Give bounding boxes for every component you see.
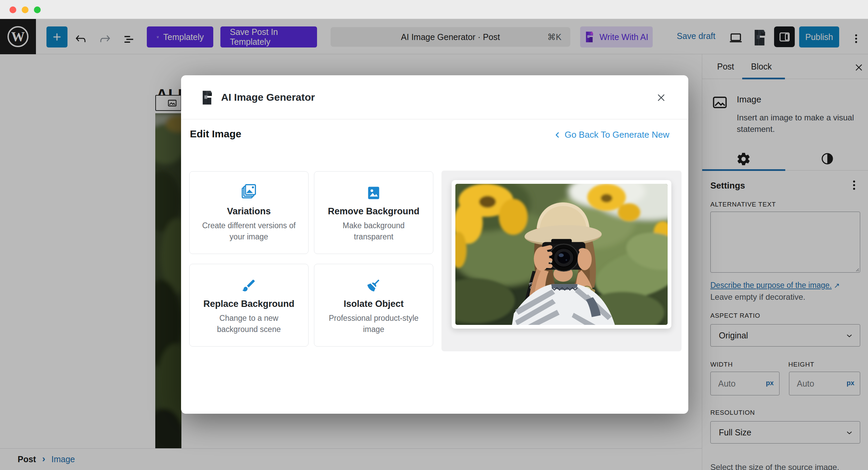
card-description: Change to a new background scene — [200, 313, 298, 334]
modal-title: AI Image Generator — [221, 92, 315, 103]
go-back-link[interactable]: Go Back To Generate New — [554, 130, 669, 140]
variations-card[interactable]: Variations Create different versions of … — [189, 171, 309, 254]
ai-image-generator-modal: AI Image Generator Edit Image Go Back To… — [181, 75, 688, 414]
go-back-label: Go Back To Generate New — [565, 130, 669, 140]
isolate-object-icon — [366, 278, 381, 293]
source-image-preview[interactable]: EOS DIGITAL Canon — [455, 184, 668, 325]
minimize-window-button[interactable] — [22, 6, 28, 13]
card-description: Create different versions of your image — [200, 220, 298, 242]
card-title: Replace Background — [203, 299, 295, 309]
card-title: Isolate Object — [343, 299, 403, 309]
app-window: W Templately Save Post In Templately AI … — [0, 0, 868, 470]
replace-background-card[interactable]: Replace Background Change to a new backg… — [189, 264, 309, 347]
chevron-left-icon — [554, 131, 561, 139]
replace-background-icon — [241, 278, 257, 293]
card-description: Professional product-style image — [324, 313, 423, 334]
modal-header: AI Image Generator — [181, 75, 688, 119]
card-description: Make background transparent — [324, 220, 423, 242]
ai-generator-b-logo-icon — [201, 90, 215, 105]
isolate-object-card[interactable]: Isolate Object Professional product-styl… — [314, 264, 433, 347]
window-titlebar — [0, 0, 868, 19]
image-preview-panel: EOS DIGITAL Canon — [441, 171, 682, 351]
photo-frame: EOS DIGITAL Canon — [452, 180, 671, 329]
close-modal-icon[interactable] — [655, 92, 667, 104]
remove-background-icon — [366, 185, 381, 201]
variations-icon — [240, 183, 258, 201]
remove-background-card[interactable]: Remove Background Make background transp… — [314, 171, 433, 254]
edit-image-row: Edit Image Go Back To Generate New — [181, 127, 688, 144]
card-title: Remove Background — [328, 206, 419, 217]
card-title: Variations — [227, 206, 271, 217]
close-window-button[interactable] — [9, 6, 16, 13]
edit-image-heading: Edit Image — [190, 128, 241, 140]
zoom-window-button[interactable] — [34, 6, 41, 13]
